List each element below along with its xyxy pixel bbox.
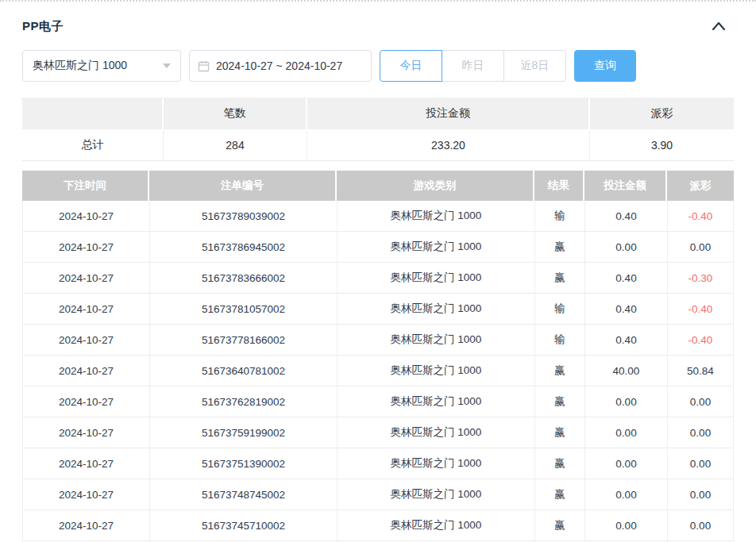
record-cell: 51673789039002 (150, 201, 338, 231)
records-header-cell: 下注时间 (22, 171, 149, 201)
summary-total-cell: 总计 (22, 129, 164, 161)
record-cell: 2024-10-27 (23, 232, 150, 262)
records-header-cell: 结果 (534, 171, 584, 201)
record-cell: -0.40 (668, 201, 733, 231)
record-cell: 输 (535, 294, 585, 324)
record-cell: 2024-10-27 (23, 386, 150, 417)
record-cell: 赢 (535, 263, 585, 293)
record-cell: 奥林匹斯之门 1000 (338, 325, 535, 355)
record-cell: 0.00 (585, 232, 668, 262)
record-cell: 奥林匹斯之门 1000 (338, 294, 535, 324)
record-cell: 51673751390002 (150, 448, 338, 479)
record-cell: 51673748745002 (150, 479, 338, 509)
record-cell: 0.40 (585, 201, 668, 231)
record-cell: -0.30 (668, 263, 733, 293)
record-cell: 51673640781002 (150, 356, 338, 386)
record-cell: 0.00 (585, 386, 668, 417)
summary-header-cell: 投注金额 (307, 98, 590, 129)
records-header-cell: 派彩 (667, 171, 734, 201)
date-range-value: 2024-10-27 ~ 2024-10-27 (216, 60, 342, 72)
record-cell: 0.00 (668, 417, 733, 448)
record-cell: 输 (535, 325, 585, 355)
panel-header: PP电子 (22, 14, 734, 38)
record-cell: 51673781057002 (150, 294, 338, 324)
bet-records-panel: PP电子 奥林匹斯之门 1000 2024-10-27 ~ 2024-10-27… (0, 0, 756, 542)
record-cell: 0.00 (585, 417, 668, 448)
record-cell: 奥林匹斯之门 1000 (338, 510, 535, 540)
record-cell: 0.40 (585, 263, 668, 293)
record-cell: 0.40 (585, 294, 668, 324)
record-cell: 51673778166002 (150, 325, 338, 355)
record-cell: 赢 (535, 356, 585, 386)
record-cell: 0.00 (585, 510, 668, 540)
records-header-cell: 投注金额 (584, 171, 667, 201)
records-header-row: 下注时间注单编号游戏类别结果投注金额派彩 (22, 171, 734, 201)
game-select[interactable]: 奥林匹斯之门 1000 (22, 50, 181, 82)
record-cell: 赢 (535, 448, 585, 479)
record-cell: 奥林匹斯之门 1000 (338, 448, 535, 479)
quick-date-button-group: 今日 昨日 近8日 (380, 50, 566, 82)
summary-header-cell: 笔数 (164, 98, 307, 129)
table-row: 2024-10-2751673786945002奥林匹斯之门 1000赢0.00… (23, 232, 733, 263)
table-row: 2024-10-2751673778166002奥林匹斯之门 1000输0.40… (23, 325, 733, 356)
today-button[interactable]: 今日 (380, 50, 442, 82)
record-cell: 0.00 (585, 448, 668, 479)
record-cell: 赢 (535, 479, 585, 509)
yesterday-button[interactable]: 昨日 (442, 50, 504, 82)
summary-total-cell: 233.20 (307, 129, 590, 161)
table-row: 2024-10-2751673751390002奥林匹斯之门 1000赢0.00… (23, 448, 733, 479)
record-cell: 奥林匹斯之门 1000 (338, 201, 535, 231)
record-cell: 赢 (535, 417, 585, 448)
table-row: 2024-10-2751673762819002奥林匹斯之门 1000赢0.00… (23, 386, 733, 417)
record-cell: 奥林匹斯之门 1000 (338, 386, 535, 417)
record-cell: 0.00 (585, 479, 668, 509)
record-cell: 2024-10-27 (23, 263, 150, 293)
record-cell: 51673745710002 (150, 510, 338, 540)
filter-bar: 奥林匹斯之门 1000 2024-10-27 ~ 2024-10-27 今日 昨… (22, 50, 734, 82)
table-row: 2024-10-2751673783666002奥林匹斯之门 1000赢0.40… (23, 263, 733, 294)
table-row: 2024-10-2751673745710002奥林匹斯之门 1000赢0.00… (23, 510, 733, 541)
table-row: 2024-10-2751673640781002奥林匹斯之门 1000赢40.0… (23, 356, 733, 386)
panel-title: PP电子 (22, 19, 64, 34)
table-row: 2024-10-2751673781057002奥林匹斯之门 1000输0.40… (23, 294, 733, 325)
record-cell: 奥林匹斯之门 1000 (338, 232, 535, 262)
record-cell: 奥林匹斯之门 1000 (338, 479, 535, 509)
record-cell: 赢 (535, 386, 585, 417)
record-cell: 奥林匹斯之门 1000 (338, 356, 535, 386)
summary-header-cell (22, 98, 164, 129)
top-divider (0, 0, 756, 2)
record-cell: -0.40 (668, 294, 733, 324)
summary-header-row: 笔数投注金额派彩 (22, 98, 734, 129)
record-cell: 2024-10-27 (23, 479, 150, 509)
record-cell: 40.00 (585, 356, 668, 386)
record-cell: 0.00 (668, 510, 733, 540)
records-header-cell: 注单编号 (149, 171, 337, 201)
record-cell: 2024-10-27 (23, 448, 150, 479)
record-cell: 51673759199002 (150, 417, 338, 448)
summary-total-cell: 3.90 (590, 129, 734, 161)
summary-total-row: 总计284233.203.90 (22, 129, 734, 161)
record-cell: 2024-10-27 (23, 201, 150, 231)
date-range-input[interactable]: 2024-10-27 ~ 2024-10-27 (189, 50, 372, 82)
summary-header-cell: 派彩 (590, 98, 734, 129)
record-cell: 51673762819002 (150, 386, 338, 417)
record-cell: 0.00 (668, 232, 733, 262)
records-header-cell: 游戏类别 (337, 171, 534, 201)
table-row: 2024-10-2751673759199002奥林匹斯之门 1000赢0.00… (23, 417, 733, 448)
last-8-days-button[interactable]: 近8日 (503, 50, 566, 82)
record-cell: 51673783666002 (150, 263, 338, 293)
record-cell: 2024-10-27 (23, 356, 150, 386)
record-cell: 2024-10-27 (23, 510, 150, 540)
chevron-up-icon (712, 21, 726, 31)
record-cell: -0.40 (668, 325, 733, 355)
collapse-button[interactable] (710, 17, 727, 35)
record-cell: 赢 (535, 510, 585, 540)
record-cell: 奥林匹斯之门 1000 (338, 263, 535, 293)
records-body: 2024-10-2751673789039002奥林匹斯之门 1000输0.40… (22, 201, 734, 542)
record-cell: 2024-10-27 (23, 294, 150, 324)
search-button[interactable]: 查询 (574, 50, 636, 82)
caret-down-icon (163, 63, 171, 68)
record-cell: 2024-10-27 (23, 325, 150, 355)
record-cell: 0.00 (668, 386, 733, 417)
record-cell: 0.40 (585, 325, 668, 355)
